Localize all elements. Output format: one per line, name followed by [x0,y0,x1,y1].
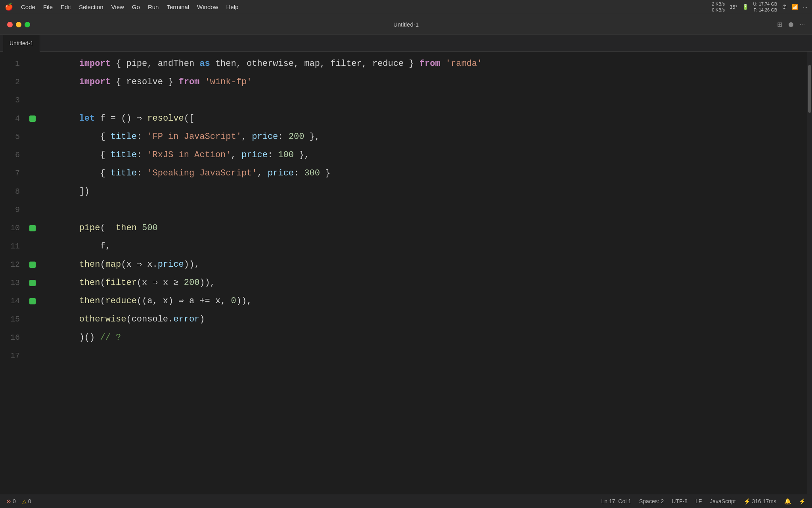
menu-bar: 🍎 Code File Edit Selection View Go Run T… [0,0,812,14]
close-button[interactable] [7,22,13,27]
menu-run[interactable]: Run [145,3,162,11]
menu-help[interactable]: Help [223,3,241,11]
table-row: 16 )() // ? [0,329,807,347]
editor-container: 1 import { pipe, andThen as then, otherw… [0,52,812,494]
more-actions-icon[interactable]: ··· [800,21,805,28]
warning-count[interactable]: △ 0 [22,498,31,504]
performance: ⚡ 316.17ms [744,498,776,504]
indentation[interactable]: Spaces: 2 [639,498,664,504]
title-bar: Untitled-1 ⊞ ··· [0,14,812,35]
menubar-more[interactable]: ··· [803,4,807,10]
language-mode[interactable]: JavaScript [710,498,735,504]
vertical-scrollbar[interactable] [807,52,812,494]
encoding[interactable]: UTF-8 [672,498,688,504]
remote-icon[interactable]: ⚡ [799,498,806,504]
clock-icon: ⏱ [782,4,787,10]
window-title: Untitled-1 [393,21,419,28]
eol[interactable]: LF [695,498,702,504]
menu-selection[interactable]: Selection [76,3,107,11]
network-stats: 2 KB/s 0 KB/s [712,1,725,13]
menu-file[interactable]: File [40,3,56,11]
menu-window[interactable]: Window [194,3,221,11]
window-controls [7,22,30,27]
notification-bell-icon[interactable]: 🔔 [784,498,791,504]
code-editor[interactable]: 1 import { pipe, andThen as then, otherw… [0,52,807,494]
error-count[interactable]: ⊗ 0 [6,498,16,504]
warning-icon: △ [22,498,27,504]
menu-terminal[interactable]: Terminal [163,3,192,11]
wifi-icon: 📶 [792,4,798,10]
menu-view[interactable]: View [108,3,127,11]
cursor-position[interactable]: Ln 17, Col 1 [601,498,631,504]
battery-icon: 🔋 [742,4,749,10]
menu-go[interactable]: Go [129,3,143,11]
titlebar-actions: ⊞ ··· [777,21,805,28]
table-row: 2 import { resolve } from 'wink-fp' [0,73,807,91]
error-icon: ⊗ [6,498,11,504]
tab-untitled1[interactable]: Untitled-1 [3,35,40,52]
minimize-button[interactable] [16,22,21,27]
menubar-right: 2 KB/s 0 KB/s 35° 🔋 U: 17.74 GB F: 14.26… [712,1,807,13]
menu-edit[interactable]: Edit [57,3,74,11]
tab-bar: Untitled-1 [0,35,812,52]
table-row: 8 ]) [0,183,807,201]
split-editor-icon[interactable]: ⊞ [777,21,782,28]
storage-stats: U: 17.74 GB F: 14.26 GB [753,1,778,13]
status-dot [789,22,793,27]
maximize-button[interactable] [25,22,30,27]
menu-code[interactable]: Code [18,3,38,11]
apple-menu-icon[interactable]: 🍎 [5,3,13,11]
status-bar: ⊗ 0 △ 0 Ln 17, Col 1 Spaces: 2 UTF-8 LF … [0,494,812,508]
scrollbar-thumb[interactable] [808,65,811,113]
statusbar-right: Ln 17, Col 1 Spaces: 2 UTF-8 LF JavaScri… [601,498,806,504]
temperature: 35° [730,4,737,10]
statusbar-left: ⊗ 0 △ 0 [6,498,31,504]
